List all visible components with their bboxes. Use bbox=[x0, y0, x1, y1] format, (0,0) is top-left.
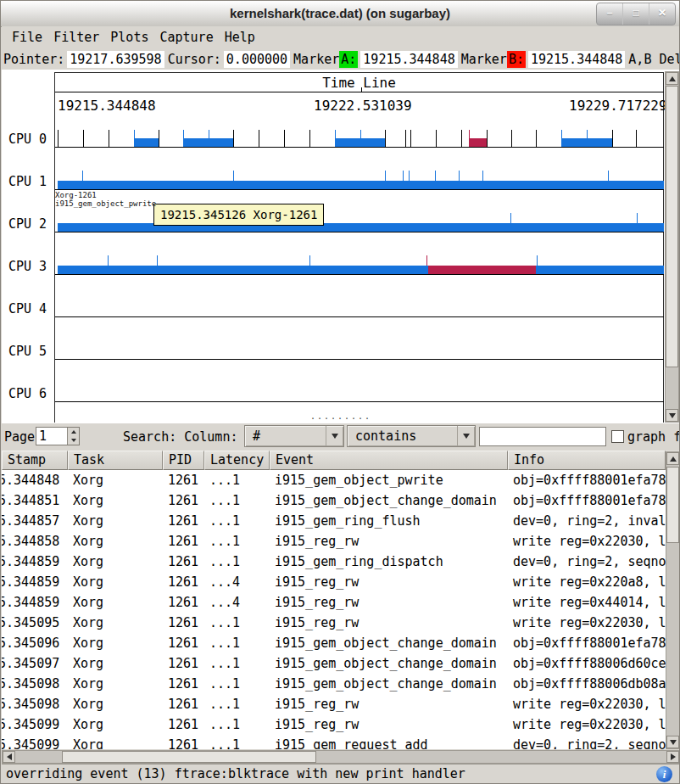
timeline-bar[interactable] bbox=[335, 138, 385, 147]
timeline-plot-area[interactable]: Time Line 19215.344848 19222.531039 1922… bbox=[2, 70, 680, 423]
timeline-bar[interactable] bbox=[183, 138, 233, 147]
cell-info: obj=0xffff88001efa780 bbox=[508, 470, 666, 490]
column-header-latency[interactable]: Latency bbox=[204, 451, 270, 470]
menu-item-help[interactable]: Help bbox=[225, 30, 255, 45]
cell-task: Xorg bbox=[68, 674, 163, 694]
cell-latency: ...1 bbox=[204, 531, 270, 552]
menu-item-plots[interactable]: Plots bbox=[110, 30, 148, 45]
timeline-bar[interactable] bbox=[536, 266, 664, 274]
time-label-end: 19229.717229 bbox=[569, 98, 667, 114]
event-tick bbox=[82, 171, 83, 181]
spin-up-icon bbox=[71, 430, 76, 434]
table-row[interactable]: 5.344859Xorg1261...4i915_reg_rwwrite reg… bbox=[2, 572, 666, 592]
table-row[interactable]: 5.345095Xorg1261...1i915_reg_rwwrite reg… bbox=[2, 613, 666, 633]
pane-grip-icon[interactable] bbox=[1, 416, 680, 423]
table-row[interactable]: 5.344857Xorg1261...1i915_gem_ring_flushd… bbox=[2, 511, 666, 531]
hscroll-thumb[interactable] bbox=[62, 751, 316, 763]
cell-event: i915_gem_object_change_domain bbox=[270, 633, 508, 653]
table-scroll-up-button[interactable] bbox=[666, 452, 679, 465]
match-select[interactable]: contains bbox=[347, 425, 476, 447]
column-header-event[interactable]: Event bbox=[270, 451, 508, 470]
title-bar[interactable]: kernelshark(trace.dat) (on sugarbay) –□✕ bbox=[1, 1, 679, 27]
timeline-bar[interactable] bbox=[134, 138, 159, 147]
column-header-info[interactable]: Info bbox=[508, 451, 666, 470]
event-tick bbox=[159, 130, 159, 147]
column-select[interactable]: # bbox=[244, 425, 344, 447]
marker-a-badge[interactable]: A: bbox=[339, 51, 358, 68]
search-input[interactable] bbox=[479, 427, 606, 446]
table-row[interactable]: 5.345098Xorg1261...1i915_gem_object_chan… bbox=[2, 674, 666, 694]
cell-latency: ...1 bbox=[204, 735, 270, 749]
cell-task: Xorg bbox=[68, 714, 163, 735]
table-row[interactable]: 5.345097Xorg1261...1i915_gem_object_chan… bbox=[2, 653, 666, 674]
event-tick bbox=[482, 171, 483, 181]
page-spinner[interactable]: 1 bbox=[36, 427, 80, 445]
menu-item-file[interactable]: File bbox=[12, 30, 42, 45]
table-row[interactable]: 5.345099Xorg1261...1i915_gem_request_add… bbox=[2, 735, 666, 749]
table-scroll-down-button[interactable] bbox=[666, 736, 679, 748]
cursor-label: Cursor: bbox=[168, 52, 221, 67]
event-tick bbox=[83, 130, 84, 147]
event-tick bbox=[536, 130, 537, 147]
table-scroll-thumb[interactable] bbox=[666, 467, 679, 543]
delta-label: A,B Delta: bbox=[628, 52, 680, 67]
column-header-task[interactable]: Task bbox=[68, 451, 163, 470]
cell-event: i915_gem_object_change_domain bbox=[270, 490, 508, 511]
minimize-button[interactable]: – bbox=[597, 3, 622, 25]
timeline-bar[interactable] bbox=[58, 223, 664, 232]
table-row[interactable]: 5.345096Xorg1261...1i915_gem_object_chan… bbox=[2, 633, 666, 653]
table-row[interactable]: 5.345098Xorg1261...1i915_reg_rwwrite reg… bbox=[2, 694, 666, 714]
maximize-button[interactable]: □ bbox=[622, 3, 649, 25]
timeline-bar[interactable] bbox=[58, 181, 664, 189]
timeline-bar[interactable] bbox=[428, 266, 536, 274]
table-row[interactable]: 5.345099Xorg1261...1i915_reg_rwwrite reg… bbox=[2, 714, 666, 735]
table-row[interactable]: 5.344859Xorg1261...4i915_reg_rwwrite reg… bbox=[2, 592, 666, 613]
spin-up-button[interactable] bbox=[68, 428, 79, 436]
cell-latency: ...4 bbox=[204, 572, 270, 592]
close-button[interactable]: ✕ bbox=[649, 3, 675, 25]
table-hscrollbar[interactable] bbox=[2, 750, 680, 764]
event-tick bbox=[108, 255, 109, 266]
scroll-right-button[interactable] bbox=[666, 751, 679, 763]
cell-stamp: 5.344858 bbox=[2, 531, 68, 552]
event-tick bbox=[109, 130, 109, 147]
info-icon[interactable]: i bbox=[656, 766, 672, 782]
scroll-left-button[interactable] bbox=[3, 751, 15, 763]
cpu-label-3: CPU 3 bbox=[8, 260, 53, 273]
event-tick bbox=[637, 213, 638, 223]
table-row[interactable]: 5.344858Xorg1261...1i915_reg_rwwrite reg… bbox=[2, 531, 666, 552]
table-row[interactable]: 5.344859Xorg1261...1i915_gem_ring_dispat… bbox=[2, 552, 666, 572]
graph-scroll-thumb[interactable] bbox=[666, 86, 678, 367]
timeline-title: Time Line bbox=[54, 75, 664, 91]
cell-info: obj=0xffff88006db08a0 bbox=[508, 674, 666, 694]
graph-follows-checkbox[interactable] bbox=[611, 430, 624, 443]
event-tick bbox=[426, 255, 427, 266]
menu-item-filter[interactable]: Filter bbox=[53, 30, 99, 45]
cell-pid: 1261 bbox=[163, 714, 204, 735]
timeline-bar[interactable] bbox=[469, 138, 487, 147]
cpu-lane-baseline-4 bbox=[55, 316, 664, 317]
menu-bar: FileFilterPlotsCaptureHelp bbox=[2, 26, 680, 48]
spin-down-button[interactable] bbox=[68, 436, 79, 445]
marker-b-badge[interactable]: B: bbox=[507, 51, 526, 68]
cell-task: Xorg bbox=[68, 633, 163, 653]
graph-vscrollbar[interactable] bbox=[665, 71, 679, 423]
timeline-bar[interactable] bbox=[561, 138, 612, 147]
page-label: Page bbox=[4, 429, 35, 445]
cell-stamp: 5.344848 bbox=[2, 470, 68, 490]
table-vscrollbar[interactable] bbox=[666, 451, 680, 749]
event-tick bbox=[435, 171, 436, 181]
event-tick bbox=[233, 130, 234, 147]
table-row[interactable]: 5.344848Xorg1261...1i915_gem_object_pwri… bbox=[2, 470, 666, 490]
graph-scroll-up-button[interactable] bbox=[666, 72, 678, 85]
cell-task: Xorg bbox=[68, 511, 163, 531]
column-select-value: # bbox=[253, 426, 260, 446]
window-controls: –□✕ bbox=[596, 3, 676, 25]
menu-item-capture[interactable]: Capture bbox=[159, 30, 213, 45]
table-row[interactable]: 5.344851Xorg1261...1i915_gem_object_chan… bbox=[2, 490, 666, 511]
column-header-pid[interactable]: PID bbox=[163, 451, 204, 470]
cpu-lane-baseline-6 bbox=[55, 401, 664, 402]
timeline-bar[interactable] bbox=[58, 266, 428, 274]
cell-event: i915_reg_rw bbox=[270, 531, 508, 552]
column-header-stamp[interactable]: Stamp bbox=[2, 451, 68, 470]
